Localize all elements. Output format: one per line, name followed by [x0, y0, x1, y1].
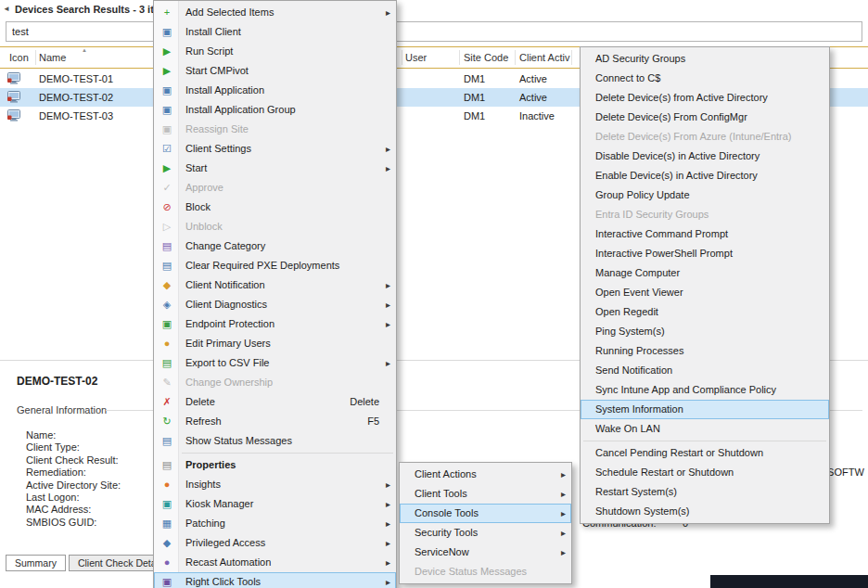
menu-item-properties[interactable]: ▤Properties [154, 455, 396, 475]
menu-item-delete-device-s-from-active-directory[interactable]: Delete Device(s) from Active Directory [581, 88, 829, 108]
menu-item-start-cmpivot[interactable]: ▶Start CMPivot [154, 61, 396, 81]
column-header-user[interactable]: User [405, 47, 427, 68]
collapse-pane-icon[interactable]: ◄ [3, 5, 10, 13]
menu-item-open-event-viewer[interactable]: Open Event Viewer [581, 283, 829, 302]
menu-separator [182, 453, 393, 454]
menu-item-edit-primary-users[interactable]: ●Edit Primary Users [154, 334, 396, 353]
menu-item-manage-computer[interactable]: Manage Computer [581, 263, 829, 283]
menu-item-send-notification[interactable]: Send Notification [581, 361, 829, 380]
menu-item-enable-device-s-in-active-directory[interactable]: Enable Device(s) in Active Directory [581, 166, 829, 185]
menu-item-client-tools[interactable]: Client Tools▸ [400, 484, 571, 504]
menu-item-privileged-access[interactable]: ◆Privileged Access▸ [154, 533, 396, 553]
menu-item-run-script[interactable]: ▶Run Script [154, 42, 396, 61]
install-client-icon: ▣ [159, 22, 175, 42]
menu-item-client-diagnostics[interactable]: ◈Client Diagnostics▸ [154, 295, 396, 314]
menu-item-connect-to-c[interactable]: Connect to C$ [581, 69, 829, 88]
details-device-title: DEMO-TEST-02 [17, 375, 97, 388]
submenu-arrow-icon: ▸ [386, 572, 390, 588]
menu-item-restart-system-s[interactable]: Restart System(s) [581, 482, 829, 502]
menu-item-install-application-group[interactable]: ▣Install Application Group [154, 100, 396, 120]
menu-item-disable-device-s-in-active-directory[interactable]: Disable Device(s) in Active Directory [581, 147, 829, 166]
column-separator [515, 50, 516, 65]
site-code-cell: DM1 [464, 107, 485, 125]
menu-item-change-category[interactable]: ▤Change Category [154, 236, 396, 256]
submenu-arrow-icon: ▸ [561, 504, 566, 523]
refresh-icon: ↻ [159, 412, 175, 431]
menu-item-label: AD Security Groups [595, 53, 685, 64]
menu-item-label: Run Script [185, 45, 233, 57]
menu-item-open-regedit[interactable]: Open Regedit [581, 302, 829, 322]
menu-item-delete-device-s-from-azure-intune-entra: Delete Device(s) From Azure (Intune/Entr… [581, 127, 829, 147]
menu-item-security-tools[interactable]: Security Tools▸ [400, 523, 571, 543]
column-header-client-activ[interactable]: Client Activ [519, 47, 569, 68]
cmpivot-icon: ▶ [159, 61, 175, 81]
menu-item-cancel-pending-restart-or-shutdown[interactable]: Cancel Pending Restart or Shutdown [581, 443, 829, 463]
search-input[interactable] [6, 21, 862, 42]
menu-item-show-status-messages[interactable]: ▤Show Status Messages [154, 431, 396, 451]
menu-item-start[interactable]: ▶Start▸ [154, 159, 396, 178]
menu-item-label: Ping System(s) [595, 326, 665, 337]
menu-item-wake-on-lan[interactable]: Wake On LAN [581, 419, 829, 439]
menu-item-ping-system-s[interactable]: Ping System(s) [581, 322, 829, 341]
menu-item-right-click-tools[interactable]: ▣Right Click Tools▸ [154, 572, 396, 588]
device-name-cell: DEMO-TEST-02 [39, 88, 113, 107]
menu-item-ad-security-groups[interactable]: AD Security Groups [581, 49, 829, 69]
menu-item-label: Client Actions [415, 468, 477, 479]
menu-item-label: Delete Device(s) From Azure (Intune/Entr… [595, 131, 792, 142]
submenu-arrow-icon: ▸ [386, 275, 390, 295]
menu-item-delete[interactable]: ✗DeleteDelete [154, 392, 396, 412]
run-script-icon: ▶ [159, 42, 175, 61]
menu-item-label: Start CMPivot [185, 65, 249, 76]
menu-item-add-selected-items[interactable]: +Add Selected Items▸ [154, 3, 396, 22]
details-tabs: SummaryClient Check Detail [6, 555, 172, 571]
menu-item-entra-id-security-groups: Entra ID Security Groups [581, 205, 829, 224]
menu-item-refresh[interactable]: ↻RefreshF5 [154, 412, 396, 431]
right-click-tools-icon: ▣ [159, 572, 175, 588]
menu-item-schedule-restart-or-shutdown[interactable]: Schedule Restart or Shutdown [581, 463, 829, 482]
menu-item-running-processes[interactable]: Running Processes [581, 341, 829, 361]
menu-item-sync-intune-app-and-compliance-policy[interactable]: Sync Intune App and Compliance Policy [581, 380, 829, 400]
menu-item-install-client[interactable]: ▣Install Client [154, 22, 396, 42]
install-application-icon: ▣ [159, 81, 175, 100]
menu-item-group-policy-update[interactable]: Group Policy Update [581, 185, 829, 205]
install-application-group-icon: ▣ [159, 100, 175, 120]
menu-item-label: Interactive PowerShell Prompt [595, 248, 733, 259]
detail-field-label-active-directory-site: Active Directory Site: [26, 479, 121, 492]
submenu-arrow-icon: ▸ [386, 3, 390, 22]
menu-item-label: Right Click Tools [185, 576, 261, 587]
menu-item-recast-automation[interactable]: ●Recast Automation▸ [154, 553, 396, 572]
menu-item-client-actions[interactable]: Client Actions▸ [400, 465, 571, 484]
menu-item-label: Properties [185, 459, 236, 470]
menu-item-insights[interactable]: ●Insights▸ [154, 475, 396, 494]
menu-item-label: Install Application Group [185, 104, 296, 115]
menu-item-clear-required-pxe-deployments[interactable]: ▤Clear Required PXE Deployments [154, 256, 396, 275]
menu-item-label: Refresh [185, 415, 222, 427]
menu-item-console-tools[interactable]: Console Tools▸ [400, 504, 571, 523]
menu-item-servicenow[interactable]: ServiceNow▸ [400, 543, 571, 562]
submenu-arrow-icon: ▸ [386, 295, 390, 314]
tab-summary[interactable]: Summary [6, 555, 66, 571]
menu-item-patching[interactable]: ▦Patching▸ [154, 514, 396, 533]
submenu-arrow-icon: ▸ [561, 484, 566, 504]
column-header-icon[interactable]: Icon [9, 47, 29, 68]
detail-field-label-remediation: Remediation: [26, 467, 121, 479]
menu-item-endpoint-protection[interactable]: ▣Endpoint Protection▸ [154, 314, 396, 334]
column-header-site-code[interactable]: Site Code [464, 47, 508, 68]
menu-item-unblock: ▷Unblock [154, 217, 396, 236]
menu-item-block[interactable]: ⊘Block [154, 198, 396, 217]
menu-item-delete-device-s-from-configmgr[interactable]: Delete Device(s) From ConfigMgr [581, 108, 829, 127]
menu-item-shutdown-system-s[interactable]: Shutdown System(s) [581, 502, 829, 521]
menu-item-kiosk-manager[interactable]: ▣Kiosk Manager▸ [154, 494, 396, 514]
approve-icon: ✓ [159, 178, 175, 198]
menu-item-client-settings[interactable]: ☑Client Settings▸ [154, 139, 396, 159]
menu-item-client-notification[interactable]: ◆Client Notification▸ [154, 275, 396, 295]
menu-item-install-application[interactable]: ▣Install Application [154, 81, 396, 100]
details-field-list: Name:Client Type:Client Check Result:Rem… [26, 429, 121, 529]
menu-item-label: Security Tools [415, 527, 478, 538]
menu-item-interactive-powershell-prompt[interactable]: Interactive PowerShell Prompt [581, 244, 829, 263]
submenu-arrow-icon: ▸ [561, 543, 566, 562]
column-header-name[interactable]: Name [39, 47, 66, 68]
menu-item-interactive-command-prompt[interactable]: Interactive Command Prompt [581, 224, 829, 244]
menu-item-system-information[interactable]: System Information [581, 400, 829, 419]
menu-item-export-to-csv-file[interactable]: ▤Export to CSV File▸ [154, 353, 396, 373]
